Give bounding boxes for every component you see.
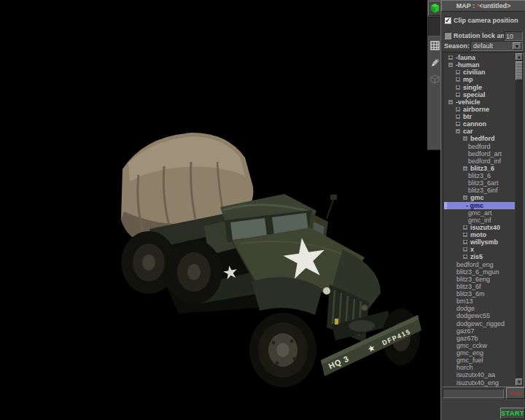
tree-item-label: willysmb [470, 238, 498, 246]
tree-item-label: blitz3_6f [456, 283, 481, 290]
tree-item-blitz3_6[interactable]: -blitz3_6 [444, 165, 515, 172]
rotation-angle-input[interactable] [504, 31, 523, 41]
scroll-up-icon[interactable]: ▲ [516, 53, 523, 61]
tree-item-dodge[interactable]: dodge [444, 305, 515, 312]
tree-item-airborne[interactable]: +airborne [444, 106, 515, 113]
tree-item--human[interactable]: --human [444, 61, 515, 69]
tree-item-label: car [463, 128, 473, 135]
tree-item-label: isuzutx40 [470, 224, 500, 231]
scroll-down-icon[interactable]: ▼ [516, 378, 523, 386]
tree-item-bm13[interactable]: bm13 [444, 298, 515, 305]
expand-icon[interactable]: + [462, 225, 468, 230]
tree-item-gaz67[interactable]: gaz67 [444, 327, 515, 335]
expand-icon[interactable]: + [455, 114, 461, 120]
tree-item-blitz3_6f[interactable]: blitz3_6f [444, 283, 515, 290]
find-button[interactable]: Find [506, 387, 525, 399]
expand-icon[interactable]: + [462, 232, 468, 238]
tree-item-blitz3_6eng[interactable]: blitz3_6eng [444, 276, 515, 283]
chevron-down-icon[interactable]: ▼ [513, 42, 521, 50]
tree-item-gmc_eng[interactable]: gmc_eng [444, 349, 515, 357]
tree-item-cannon[interactable]: +cannon [444, 120, 515, 128]
tree-rows: +-fauna--human+civilian+mp+single+specia… [444, 54, 515, 386]
clip-camera-checkbox[interactable]: ✓ [444, 17, 451, 24]
expand-icon[interactable]: + [455, 121, 461, 127]
expand-icon[interactable]: + [455, 106, 461, 112]
tree-item-gmc_inf[interactable]: gmc_inf [444, 217, 515, 224]
editor-window: HQ 3 ★ DFP415 [0, 0, 525, 420]
tree-item-label: blitz3_6_mgun [456, 268, 499, 276]
season-dropdown[interactable]: default ▼ [470, 41, 523, 51]
tree-item-dodgewc_rigged[interactable]: dodgewc_rigged [444, 320, 515, 327]
tree-item-label: blitz3_6 [468, 172, 491, 179]
tree-item-blitz3_6m[interactable]: blitz3_6m [444, 290, 515, 298]
start-button[interactable]: START [500, 408, 525, 419]
tree-item-btr[interactable]: +btr [444, 113, 515, 120]
rotation-lock-checkbox[interactable] [444, 32, 451, 39]
tree-item-gmc_fuel[interactable]: gmc_fuel [444, 357, 515, 364]
tree-item-isuzutx40_eng[interactable]: isuzutx40_eng [444, 379, 515, 386]
tree-item-blitz3_6_mgun[interactable]: blitz3_6_mgun [444, 268, 515, 276]
tree-item-zis5[interactable]: +zis5 [444, 253, 515, 260]
tree-item-blitz3_6inf[interactable]: blitz3_6inf [444, 187, 515, 194]
tree-item-blitz3_6art[interactable]: blitz3_6art [444, 179, 515, 187]
tree-item-mp[interactable]: +mp [444, 76, 515, 83]
tree-item-gmc[interactable]: - gmc [444, 202, 515, 209]
object-tree: +-fauna--human+civilian+mp+single+specia… [443, 52, 524, 387]
map-panel: MAP : *<untitled> ✓ Clip camera position… [440, 0, 525, 420]
expand-icon[interactable]: + [462, 254, 468, 260]
tree-item-gmc_cckw[interactable]: gmc_cckw [444, 342, 515, 349]
tree-item-label: bedford_inf [468, 158, 501, 165]
expand-icon[interactable]: + [448, 55, 454, 61]
viewport-3d[interactable]: HQ 3 ★ DFP415 [0, 0, 440, 420]
tree-item-dodgewc55[interactable]: dodgewc55 [444, 312, 515, 319]
tree-item-willysmb[interactable]: +willysmb [444, 238, 515, 246]
tree-item-bedford_eng[interactable]: bedford_eng [444, 261, 515, 268]
tree-item-bedford[interactable]: -bedford [444, 135, 515, 142]
expand-icon[interactable]: + [462, 239, 468, 245]
tree-item-blitz3_6[interactable]: blitz3_6 [444, 172, 515, 179]
scrollbar-thumb[interactable] [516, 61, 523, 80]
tree-item-car[interactable]: -car [444, 128, 515, 135]
collapse-icon[interactable]: - [462, 166, 468, 171]
collapse-icon[interactable]: - [462, 195, 468, 201]
tree-item-x[interactable]: +x [444, 246, 515, 253]
season-row: Season: [444, 42, 470, 50]
tree-item-label: -vehicle [456, 98, 481, 106]
season-value: default [473, 42, 493, 50]
tree-item-bedford_art[interactable]: bedford_art [444, 150, 515, 158]
tree-item-moto[interactable]: +moto [444, 231, 515, 238]
truck-front-wheel [249, 313, 316, 387]
tree-item-gaz67b[interactable]: gaz67b [444, 335, 515, 342]
collapse-icon[interactable]: - [455, 128, 461, 134]
tree-item-gmc_art[interactable]: gmc_art [444, 209, 515, 217]
clip-camera-label: Clip camera position [454, 17, 518, 24]
expand-icon[interactable]: + [455, 69, 461, 75]
tree-item-label: bedford [468, 143, 491, 150]
collapse-icon[interactable]: - [448, 62, 454, 68]
tree-item-bedford[interactable]: bedford [444, 143, 515, 150]
expand-icon[interactable]: + [455, 92, 461, 98]
tree-item-bedford_inf[interactable]: bedford_inf [444, 158, 515, 165]
tree-item-isuzutx40_aa[interactable]: isuzutx40_aa [444, 371, 515, 378]
panel-title[interactable]: MAP : *<untitled> [441, 0, 525, 12]
collapse-icon[interactable]: - [462, 136, 468, 141]
collapse-icon[interactable]: - [448, 99, 454, 105]
find-input[interactable] [443, 389, 504, 398]
tree-item-label: dodgewc_rigged [456, 320, 505, 327]
expand-icon[interactable]: + [455, 77, 461, 82]
tree-item--fauna[interactable]: +-fauna [444, 54, 515, 61]
tree-item-single[interactable]: +single [444, 84, 515, 91]
tree-item-horch[interactable]: horch [444, 364, 515, 371]
tree-item-civilian[interactable]: +civilian [444, 69, 515, 76]
tree-item-label: horch [456, 364, 473, 371]
tree-item-special[interactable]: +special [444, 91, 515, 98]
expand-icon[interactable]: + [462, 246, 468, 252]
tree-item-gmc[interactable]: -gmc [444, 194, 515, 201]
tree-item-label: mp [463, 76, 473, 83]
tree-scrollbar[interactable]: ▲ ▼ [516, 53, 523, 386]
tree-item-label: - gmc [466, 202, 483, 209]
tree-item--vehicle[interactable]: --vehicle [444, 98, 515, 106]
tree-item-label: -fauna [456, 54, 475, 61]
tree-item-isuzutx40[interactable]: +isuzutx40 [444, 224, 515, 231]
expand-icon[interactable]: + [455, 85, 461, 90]
